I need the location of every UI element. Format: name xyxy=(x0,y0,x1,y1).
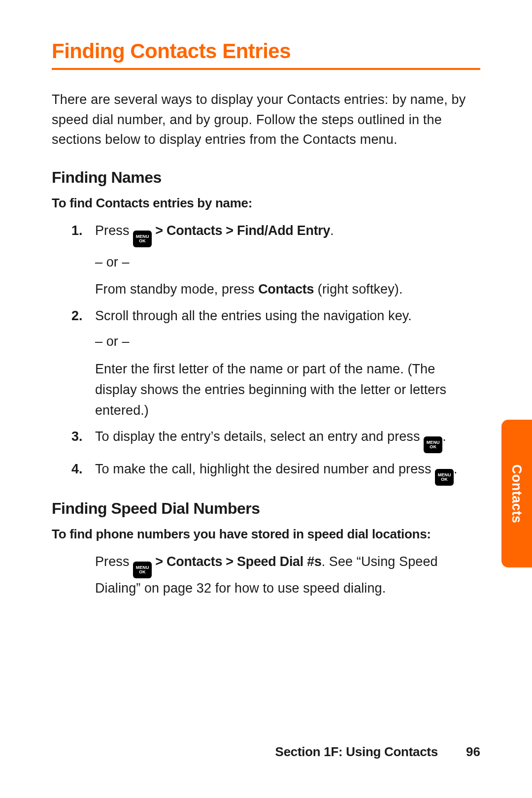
footer-page-number: 96 xyxy=(466,744,480,759)
or-separator: – or – xyxy=(95,332,480,352)
menu-path: > Contacts > Speed Dial #s xyxy=(152,554,322,569)
period: . xyxy=(454,462,458,476)
period: . xyxy=(330,223,334,238)
step-number: 1. xyxy=(71,221,83,241)
step-alt: Enter the first letter of the name or pa… xyxy=(95,359,480,421)
step-text: Press xyxy=(95,223,133,238)
subheading-finding-names: Finding Names xyxy=(52,168,480,187)
step-number: 2. xyxy=(71,306,83,327)
speed-dial-instruction: Press MENUOK > Contacts > Speed Dial #s.… xyxy=(52,552,480,599)
step-text: To display the entry’s details, select a… xyxy=(95,429,424,444)
menu-ok-key-icon: MENUOK xyxy=(424,436,442,453)
step-4: 4. To make the call, highlight the desir… xyxy=(71,459,480,486)
menu-ok-key-icon: MENUOK xyxy=(435,469,454,486)
step-1: 1. Press MENUOK > Contacts > Find/Add En… xyxy=(71,221,480,300)
subheading-speed-dial: Finding Speed Dial Numbers xyxy=(52,499,480,518)
step-number: 3. xyxy=(71,427,83,447)
menu-ok-key-icon: MENUOK xyxy=(133,231,152,247)
step-number: 4. xyxy=(71,459,83,480)
intro-paragraph: There are several ways to display your C… xyxy=(52,90,480,150)
page-title: Finding Contacts Entries xyxy=(52,39,480,70)
manual-page: Finding Contacts Entries There are sever… xyxy=(0,0,532,599)
step-alt: From standby mode, press Contacts (right… xyxy=(95,279,480,300)
menu-path: > Contacts > Find/Add Entry xyxy=(152,223,330,238)
period: . xyxy=(442,429,446,444)
section-tab-label: Contacts xyxy=(509,464,525,523)
page-footer: Section 1F: Using Contacts 96 xyxy=(275,744,480,760)
steps-finding-names: 1. Press MENUOK > Contacts > Find/Add En… xyxy=(52,221,480,486)
step-text: To make the call, highlight the desired … xyxy=(95,462,435,476)
menu-ok-key-icon: MENUOK xyxy=(133,562,152,578)
step-text: Scroll through all the entries using the… xyxy=(95,308,412,323)
or-separator: – or – xyxy=(95,252,480,273)
footer-section: Section 1F: Using Contacts xyxy=(275,744,438,759)
step-2: 2. Scroll through all the entries using … xyxy=(71,306,480,421)
step-3: 3. To display the entry’s details, selec… xyxy=(71,427,480,453)
procedure-lead-names: To find Contacts entries by name: xyxy=(52,196,480,211)
procedure-lead-speed: To find phone numbers you have stored in… xyxy=(52,527,480,542)
section-tab-contacts: Contacts xyxy=(501,420,532,567)
